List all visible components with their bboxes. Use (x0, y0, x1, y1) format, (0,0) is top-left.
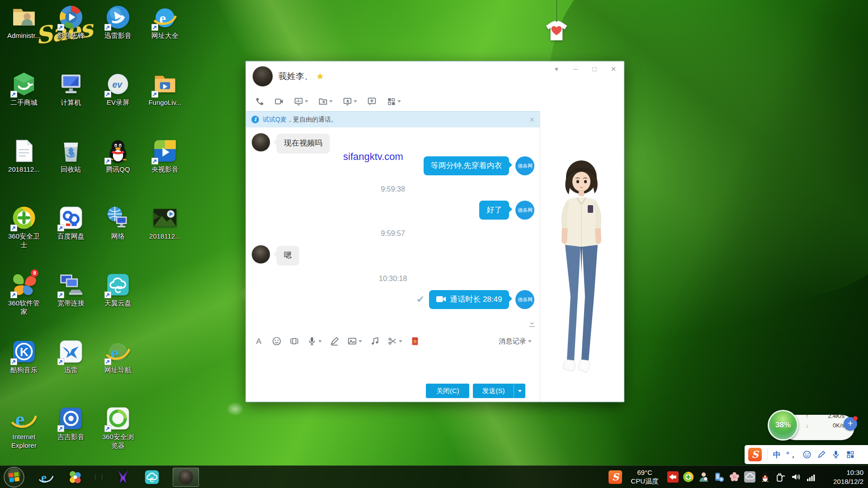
tshirt-pet-widget[interactable] (544, 0, 569, 43)
minimize-button[interactable]: ─ (571, 65, 580, 73)
taskbar-clock[interactable]: 10:30 2018/12/2 (826, 468, 863, 486)
taskbar-sogou-browser[interactable] (67, 469, 83, 485)
language-mode-toggle[interactable]: 中 (773, 450, 781, 460)
close-button[interactable]: ✕ (609, 65, 618, 73)
video-2018112[interactable]: 2018112... (143, 205, 187, 241)
self-message-avatar[interactable]: 借条网 (515, 156, 534, 175)
apps-grid-icon[interactable] (387, 97, 401, 106)
window-titlebar[interactable]: 莪姓李、 ★ ▾ ─ □ ✕ (246, 61, 624, 91)
handwriting-icon[interactable] (817, 450, 826, 459)
dropdown-caret-icon[interactable] (329, 100, 333, 103)
kuandai-lianjie[interactable]: 宽带连接 (49, 272, 93, 308)
360-security-icon[interactable] (683, 471, 694, 483)
network-signal-icon[interactable] (806, 471, 817, 483)
chat-history-button[interactable]: 消息记录 (499, 337, 532, 346)
360-ruanjian-guanjia[interactable]: 8360软件管 家 (2, 272, 46, 316)
self-message-avatar[interactable]: 借条网 (515, 290, 534, 309)
window-menu-caret-icon[interactable]: ▾ (552, 65, 561, 73)
wangzhi-daohang[interactable]: e网址导航 (96, 339, 140, 375)
toolbox-grid-icon[interactable] (846, 450, 855, 459)
message-bubble: 嗯 (277, 246, 299, 265)
memory-ball[interactable]: 38% (768, 410, 798, 441)
red-packet-icon[interactable]: ¥ (410, 336, 420, 346)
start-button[interactable] (4, 467, 24, 488)
kugou-yinyue[interactable]: K酷狗音乐 (2, 339, 46, 375)
taskbar-vagaa[interactable] (115, 469, 131, 485)
taskbar-active-qq-window[interactable] (173, 468, 199, 487)
create-chat-icon[interactable] (367, 97, 377, 106)
xunlei-yingyin[interactable]: 迅雷影音 (96, 5, 140, 40)
peer-avatar[interactable] (252, 66, 273, 87)
emoji-icon[interactable] (802, 450, 811, 459)
screenshot-icon[interactable] (387, 336, 402, 346)
fungolive[interactable]: FungoLiv... (143, 71, 187, 107)
banner-link[interactable]: 试试Q麦 (263, 116, 287, 124)
huishouzhan[interactable]: 回收站 (49, 138, 93, 174)
360-liulanqi[interactable]: 360安全浏 览器 (96, 406, 140, 450)
taskbar-tianyi-cloud[interactable] (144, 469, 160, 485)
dropdown-caret-icon[interactable] (318, 340, 322, 343)
scroll-to-bottom-icon[interactable]: ⌄─ (528, 319, 535, 328)
maximize-button[interactable]: □ (590, 65, 599, 73)
self-message-avatar[interactable]: 借条网 (515, 201, 534, 220)
doc-2018112[interactable]: 2018112... (2, 138, 46, 174)
sogou-tray-icon[interactable]: S (609, 470, 622, 484)
send-options-caret-icon[interactable] (514, 384, 525, 398)
video-call-icon[interactable] (274, 97, 284, 106)
banner-close-icon[interactable]: ✕ (529, 116, 535, 123)
remote-desktop-icon[interactable] (343, 97, 357, 106)
accelerate-plus-icon[interactable]: + (844, 417, 857, 431)
close-chat-button[interactable]: 关闭(C) (426, 384, 469, 398)
jiji-yingyin[interactable]: 吉吉影音 (49, 406, 93, 441)
dropdown-caret-icon[interactable] (359, 340, 362, 343)
desktop-icon-label: Internet Explorer (2, 433, 46, 450)
taskbar-ie[interactable]: e (38, 469, 54, 485)
tengxun-qq[interactable]: 腾讯QQ (96, 138, 140, 174)
speed-widget[interactable]: 38% ↑2.4K/s ↓0K/s + (768, 408, 856, 447)
flower-plugin-icon[interactable] (729, 471, 740, 483)
send-file-icon[interactable] (318, 97, 333, 106)
phone-assist-icon[interactable] (713, 471, 725, 483)
power-plan-icon[interactable] (775, 471, 786, 483)
360-anquan-weishi[interactable]: 360安全卫 士 (2, 205, 46, 249)
peer-message-avatar[interactable] (251, 133, 270, 152)
qq-tray-icon[interactable] (760, 471, 771, 483)
volume-icon[interactable] (790, 471, 802, 483)
peer-message-avatar[interactable] (251, 245, 270, 264)
screen-share-icon[interactable] (294, 97, 308, 106)
input-toolbar: A¥消息记录 (246, 331, 540, 351)
handwriting-icon[interactable] (330, 336, 340, 346)
yingyin-xianfeng[interactable]: 影音先锋 (49, 5, 93, 40)
baidu-wangpan[interactable]: 百度网盘 (49, 205, 93, 241)
dropdown-caret-icon[interactable] (305, 100, 308, 103)
jisuanji[interactable]: 计算机 (49, 71, 93, 107)
dropdown-caret-icon[interactable] (397, 100, 401, 103)
wangluo[interactable]: 网络 (96, 205, 140, 241)
remote-assist-icon[interactable] (698, 471, 709, 483)
wangzhi-daquan[interactable]: e网址大全 (143, 5, 187, 40)
administrator-folder[interactable]: Administr... (2, 5, 46, 40)
send-button[interactable]: 发送(S) (473, 384, 514, 398)
voice-message-icon[interactable] (307, 336, 322, 346)
shortcut-arrow-icon (10, 91, 17, 98)
image-icon[interactable] (347, 336, 362, 346)
font-icon[interactable]: A (254, 336, 264, 346)
voice-call-icon[interactable] (255, 97, 264, 106)
music-icon[interactable] (370, 336, 380, 346)
dropdown-caret-icon[interactable] (399, 340, 402, 343)
emoji-icon[interactable] (272, 336, 282, 346)
punctuation-toggle[interactable]: °， (786, 450, 797, 460)
window-shake-icon[interactable] (289, 336, 299, 346)
yangshi-yingyin[interactable]: 央视影音 (143, 138, 187, 174)
ev-luping[interactable]: evEV录屏 (96, 71, 140, 107)
xunlei[interactable]: 迅雷 (49, 339, 93, 375)
message-input[interactable] (246, 351, 540, 380)
mic-icon[interactable] (831, 450, 840, 459)
sogou-logo[interactable]: S (748, 448, 762, 461)
tianyi-yunpan[interactable]: 天翼云盘 (96, 272, 140, 308)
ads-blocker-icon[interactable] (667, 471, 679, 483)
dropdown-caret-icon[interactable] (354, 100, 357, 103)
internet-explorer[interactable]: eInternet Explorer (2, 406, 46, 450)
cloud-sync-icon[interactable] (744, 471, 755, 483)
ershou-shangcheng[interactable]: 二手商城 (2, 71, 46, 107)
